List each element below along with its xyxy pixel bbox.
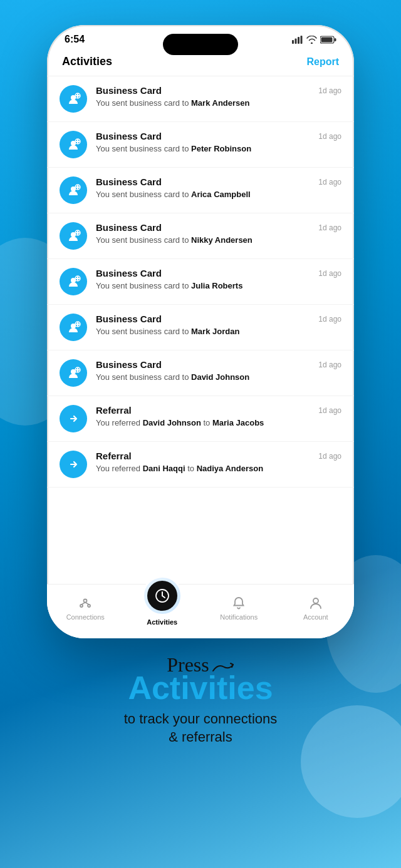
status-icons bbox=[292, 36, 336, 44]
list-item[interactable]: Business Card1d agoYou sent business car… bbox=[47, 76, 354, 122]
activity-content: Business Card1d agoYou sent business car… bbox=[96, 314, 341, 337]
add-person-icon bbox=[66, 365, 81, 380]
business_card-icon-bg bbox=[60, 314, 87, 341]
status-time: 6:54 bbox=[65, 34, 85, 45]
activity-content: Referral1d agoYou referred David Johnson… bbox=[96, 405, 341, 429]
activity-time: 1d ago bbox=[318, 315, 341, 324]
add-person-icon bbox=[66, 91, 81, 106]
activity-title: Business Card bbox=[96, 85, 162, 96]
activity-time: 1d ago bbox=[318, 452, 341, 461]
bg-blob-bottom bbox=[301, 705, 401, 818]
tab-activities[interactable]: Activities bbox=[124, 591, 201, 626]
activity-desc: You sent business card to David Johnson bbox=[96, 372, 341, 383]
activity-title: Business Card bbox=[96, 222, 162, 233]
activity-desc: You referred David Johnson to Maria Jaco… bbox=[96, 417, 341, 429]
activity-desc: You sent business card to Julia Roberts bbox=[96, 280, 341, 292]
list-item[interactable]: Business Card1d agoYou sent business car… bbox=[47, 350, 354, 396]
business_card-icon-bg bbox=[60, 359, 87, 387]
activity-title: Business Card bbox=[96, 131, 162, 141]
tab-connections-label: Connections bbox=[66, 613, 105, 621]
activity-content: Business Card1d agoYou sent business car… bbox=[96, 176, 341, 200]
svg-rect-3 bbox=[301, 36, 303, 44]
phone-frame: 6:54 bbox=[47, 25, 354, 638]
add-person-icon bbox=[66, 228, 81, 243]
add-person-icon bbox=[66, 274, 81, 289]
list-item[interactable]: Business Card1d agoYou sent business car… bbox=[47, 259, 354, 305]
battery-icon bbox=[320, 36, 336, 44]
activity-title: Business Card bbox=[96, 176, 162, 187]
activity-time: 1d ago bbox=[318, 269, 341, 278]
list-item[interactable]: Referral1d agoYou referred Dani Haqqi to… bbox=[47, 442, 354, 488]
referral-icon bbox=[66, 411, 81, 426]
tab-account[interactable]: Account bbox=[278, 596, 355, 621]
referral-icon-bg bbox=[60, 405, 87, 432]
activity-desc: You sent business card to Mark Andersen bbox=[96, 98, 341, 109]
tab-notifications-label: Notifications bbox=[220, 613, 258, 621]
activity-time: 1d ago bbox=[318, 406, 341, 415]
activity-title: Business Card bbox=[96, 314, 162, 324]
activity-desc: You sent business card to Nikky Andersen bbox=[96, 235, 341, 246]
activity-desc: You referred Dani Haqqi to Nadiya Anders… bbox=[96, 463, 341, 474]
activities-inner bbox=[147, 581, 177, 611]
svg-rect-0 bbox=[292, 40, 294, 44]
svg-line-39 bbox=[85, 603, 89, 605]
activity-title: Business Card bbox=[96, 359, 162, 370]
activity-title: Referral bbox=[96, 451, 132, 461]
svg-rect-5 bbox=[335, 38, 336, 41]
dynamic-island bbox=[163, 34, 238, 55]
business_card-icon-bg bbox=[60, 131, 87, 158]
activities-bubble bbox=[142, 591, 182, 616]
nav-title: Activities bbox=[62, 55, 112, 68]
activity-content: Business Card1d agoYou sent business car… bbox=[96, 359, 341, 383]
signal-icon bbox=[292, 36, 303, 44]
activity-desc: You sent business card to Mark Jordan bbox=[96, 326, 341, 337]
list-item[interactable]: Business Card1d agoYou sent business car… bbox=[47, 305, 354, 350]
svg-point-35 bbox=[84, 600, 87, 603]
add-person-icon bbox=[66, 137, 81, 152]
bottom-section: Press Activities to track your connectio… bbox=[99, 653, 303, 746]
activity-title: Referral bbox=[96, 405, 132, 416]
activity-time: 1d ago bbox=[318, 178, 341, 186]
tab-notifications[interactable]: Notifications bbox=[200, 596, 278, 621]
activity-desc: You sent business card to Peter Robinson bbox=[96, 143, 341, 155]
list-item[interactable]: Business Card1d agoYou sent business car… bbox=[47, 122, 354, 168]
business_card-icon-bg bbox=[60, 85, 87, 113]
svg-rect-6 bbox=[321, 37, 333, 42]
activity-content: Business Card1d agoYou sent business car… bbox=[96, 268, 341, 292]
activity-time: 1d ago bbox=[318, 360, 341, 369]
wifi-icon bbox=[306, 36, 317, 44]
tab-activities-label: Activities bbox=[147, 618, 177, 626]
activity-content: Business Card1d agoYou sent business car… bbox=[96, 131, 341, 155]
account-icon bbox=[308, 596, 323, 611]
tab-connections[interactable]: Connections bbox=[47, 596, 124, 621]
notifications-icon bbox=[231, 596, 246, 611]
svg-point-37 bbox=[88, 605, 90, 607]
activity-desc: You sent business card to Arica Campbell bbox=[96, 189, 341, 200]
connections-icon bbox=[78, 596, 93, 611]
add-person-icon bbox=[66, 320, 81, 335]
svg-line-42 bbox=[162, 596, 165, 598]
activity-content: Referral1d agoYou referred Dani Haqqi to… bbox=[96, 451, 341, 474]
press-handwritten-text: Press bbox=[124, 653, 278, 677]
business_card-icon-bg bbox=[60, 176, 87, 204]
list-item[interactable]: Referral1d agoYou referred David Johnson… bbox=[47, 396, 354, 442]
clock-icon bbox=[154, 588, 170, 604]
activity-time: 1d ago bbox=[318, 132, 341, 141]
svg-rect-1 bbox=[295, 38, 297, 44]
business_card-icon-bg bbox=[60, 268, 87, 295]
list-item[interactable]: Business Card1d agoYou sent business car… bbox=[47, 168, 354, 213]
svg-rect-2 bbox=[298, 37, 299, 44]
tab-account-label: Account bbox=[303, 613, 328, 621]
activity-content: Business Card1d agoYou sent business car… bbox=[96, 222, 341, 246]
report-button[interactable]: Report bbox=[306, 56, 339, 68]
tab-bar: Connections Act bbox=[47, 584, 354, 638]
activity-title: Business Card bbox=[96, 268, 162, 278]
activities-circle bbox=[142, 576, 182, 616]
svg-point-43 bbox=[313, 598, 318, 603]
activity-content: Business Card1d agoYou sent business car… bbox=[96, 85, 341, 109]
activity-list: Business Card1d agoYou sent business car… bbox=[47, 76, 354, 584]
list-item[interactable]: Business Card1d agoYou sent business car… bbox=[47, 213, 354, 259]
referral-icon bbox=[66, 457, 81, 472]
referral-icon-bg bbox=[60, 451, 87, 478]
activity-time: 1d ago bbox=[318, 86, 341, 95]
